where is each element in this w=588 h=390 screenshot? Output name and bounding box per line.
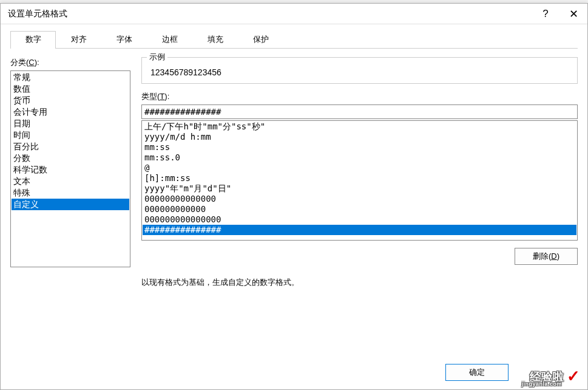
detail-column: 示例 123456789123456 类型(T): 上午/下午h"时"mm"分"… [141,57,578,288]
category-item[interactable]: 数值 [12,83,129,95]
bottom-bar: 确定 取消 [445,364,578,381]
tab-3[interactable]: 边框 [147,31,192,49]
type-item[interactable]: @ [143,163,576,173]
tab-5[interactable]: 保护 [238,31,283,49]
category-item[interactable]: 日期 [12,118,129,129]
type-item[interactable]: 000000000000 [143,204,576,214]
titlebar-buttons: ? ✕ [532,4,587,24]
sample-box: 示例 123456789123456 [141,57,578,84]
tab-4[interactable]: 填充 [192,31,238,49]
category-item[interactable]: 分数 [12,152,129,164]
type-listbox[interactable]: 上午/下午h"时"mm"分"ss"秒"yyyy/m/d h:mmmm:ssmm:… [141,120,578,241]
titlebar: 设置单元格格式 ? ✕ [1,4,587,24]
sample-value: 123456789123456 [149,64,571,77]
type-item[interactable]: [h]:mm:ss [143,173,576,183]
type-item[interactable]: ############### [143,225,576,235]
type-input[interactable] [141,104,578,119]
tab-2[interactable]: 字体 [101,31,147,49]
category-item[interactable]: 会计专用 [12,106,129,118]
help-button[interactable]: ? [532,4,559,24]
tab-bar: 数字对齐字体边框填充保护 [10,30,578,49]
type-item[interactable]: mm:ss [143,142,576,152]
category-item[interactable]: 时间 [12,129,129,141]
tab-0[interactable]: 数字 [10,31,56,49]
delete-row: 删除(D) [141,248,578,265]
format-cells-dialog: 设置单元格格式 ? ✕ 数字对齐字体边框填充保护 分类(C): 常规数值货币会计… [0,3,588,390]
type-item[interactable]: yyyy/m/d h:mm [143,132,576,142]
category-label: 分类(C): [10,57,130,68]
type-item[interactable]: mm:ss.0 [143,152,576,163]
watermark-sub: jingyanla.com [521,381,562,387]
category-listbox[interactable]: 常规数值货币会计专用日期时间百分比分数科学记数文本特殊自定义 [10,70,130,267]
category-item[interactable]: 文本 [12,176,129,187]
tab-1[interactable]: 对齐 [56,31,101,49]
type-item[interactable]: yyyy"年"m"月"d"日" [143,183,576,194]
sample-legend: 示例 [147,52,167,63]
type-item[interactable]: 000000000000000 [143,214,576,225]
category-item[interactable]: 常规 [12,72,129,83]
type-item[interactable]: 上午/下午h"时"mm"分"ss"秒" [143,121,576,132]
category-item[interactable]: 自定义 [12,199,129,210]
category-item[interactable]: 特殊 [12,187,129,199]
hint-text: 以现有格式为基础，生成自定义的数字格式。 [141,277,578,288]
close-button[interactable]: ✕ [559,4,587,24]
category-item[interactable]: 货币 [12,95,129,106]
ok-button[interactable]: 确定 [445,364,509,381]
type-item[interactable]: 00000000000000 [143,194,576,204]
dialog-title: 设置单元格格式 [8,9,67,19]
type-label: 类型(T): [141,91,578,102]
dialog-body: 分类(C): 常规数值货币会计专用日期时间百分比分数科学记数文本特殊自定义 示例… [10,57,578,288]
category-column: 分类(C): 常规数值货币会计专用日期时间百分比分数科学记数文本特殊自定义 [10,57,130,288]
category-item[interactable]: 科学记数 [12,164,129,176]
category-item[interactable]: 百分比 [12,141,129,152]
dialog-content: 数字对齐字体边框填充保护 分类(C): 常规数值货币会计专用日期时间百分比分数科… [1,24,587,298]
delete-button[interactable]: 删除(D) [515,248,578,265]
